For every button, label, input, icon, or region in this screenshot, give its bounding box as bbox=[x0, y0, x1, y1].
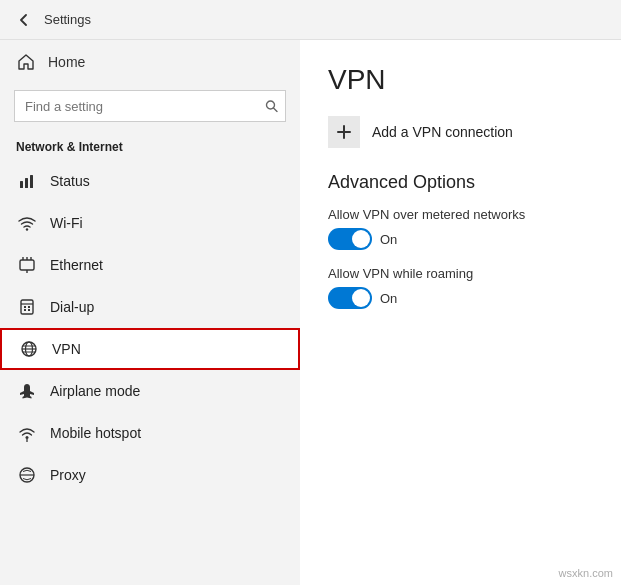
svg-point-5 bbox=[26, 228, 28, 230]
svg-line-1 bbox=[274, 108, 278, 112]
sidebar-item-status[interactable]: Status bbox=[0, 160, 300, 202]
status-icon bbox=[16, 170, 38, 192]
svg-rect-3 bbox=[25, 178, 28, 188]
ethernet-icon bbox=[16, 254, 38, 276]
back-button[interactable] bbox=[12, 8, 36, 32]
wifi-icon bbox=[16, 212, 38, 234]
sidebar-item-hotspot-label: Mobile hotspot bbox=[50, 425, 141, 441]
section-header: Network & Internet bbox=[0, 132, 300, 160]
sidebar-item-dialup-label: Dial-up bbox=[50, 299, 94, 315]
svg-rect-2 bbox=[20, 181, 23, 188]
add-vpn-row[interactable]: Add a VPN connection bbox=[328, 116, 593, 148]
sidebar-item-vpn[interactable]: VPN bbox=[0, 328, 300, 370]
sidebar-item-dialup[interactable]: Dial-up bbox=[0, 286, 300, 328]
toggle-roaming-label: Allow VPN while roaming bbox=[328, 266, 593, 281]
svg-rect-16 bbox=[28, 309, 30, 311]
sidebar-item-ethernet[interactable]: Ethernet bbox=[0, 244, 300, 286]
toggle-roaming-switch[interactable] bbox=[328, 287, 372, 309]
hotspot-icon bbox=[16, 422, 38, 444]
add-vpn-button[interactable] bbox=[328, 116, 360, 148]
toggle-roaming: Allow VPN while roaming On bbox=[328, 266, 593, 309]
svg-rect-6 bbox=[20, 260, 34, 270]
add-vpn-label: Add a VPN connection bbox=[372, 124, 513, 140]
svg-rect-13 bbox=[24, 306, 26, 308]
toggle-metered-label: Allow VPN over metered networks bbox=[328, 207, 593, 222]
sidebar-item-ethernet-label: Ethernet bbox=[50, 257, 103, 273]
sidebar-item-vpn-label: VPN bbox=[52, 341, 81, 357]
search-input[interactable] bbox=[14, 90, 286, 122]
vpn-icon bbox=[18, 338, 40, 360]
proxy-icon bbox=[16, 464, 38, 486]
advanced-options-section: Advanced Options Allow VPN over metered … bbox=[328, 172, 593, 309]
main-layout: Home Network & Internet bbox=[0, 40, 621, 585]
sidebar-item-wifi[interactable]: Wi-Fi bbox=[0, 202, 300, 244]
svg-rect-14 bbox=[28, 306, 30, 308]
svg-rect-15 bbox=[24, 309, 26, 311]
sidebar-item-proxy[interactable]: Proxy bbox=[0, 454, 300, 496]
sidebar-item-airplane[interactable]: Airplane mode bbox=[0, 370, 300, 412]
title-bar-title: Settings bbox=[44, 12, 91, 27]
toggle-metered-networks: Allow VPN over metered networks On bbox=[328, 207, 593, 250]
svg-rect-4 bbox=[30, 175, 33, 188]
sidebar-item-airplane-label: Airplane mode bbox=[50, 383, 140, 399]
sidebar-item-home[interactable]: Home bbox=[0, 40, 300, 84]
search-icon bbox=[265, 100, 278, 113]
svg-point-22 bbox=[26, 436, 29, 439]
sidebar-item-status-label: Status bbox=[50, 173, 90, 189]
search-box bbox=[14, 90, 286, 122]
toggle-metered-switch[interactable] bbox=[328, 228, 372, 250]
dialup-icon bbox=[16, 296, 38, 318]
sidebar: Home Network & Internet bbox=[0, 40, 300, 585]
sidebar-item-wifi-label: Wi-Fi bbox=[50, 215, 83, 231]
advanced-options-title: Advanced Options bbox=[328, 172, 593, 193]
sidebar-item-proxy-label: Proxy bbox=[50, 467, 86, 483]
home-label: Home bbox=[48, 54, 85, 70]
toggle-roaming-state: On bbox=[380, 291, 397, 306]
sidebar-item-hotspot[interactable]: Mobile hotspot bbox=[0, 412, 300, 454]
content-panel: VPN Add a VPN connection Advanced Option… bbox=[300, 40, 621, 585]
title-bar: Settings bbox=[0, 0, 621, 40]
airplane-icon bbox=[16, 380, 38, 402]
home-icon bbox=[16, 52, 36, 72]
svg-rect-11 bbox=[21, 300, 33, 314]
toggle-metered-state: On bbox=[380, 232, 397, 247]
page-title: VPN bbox=[328, 64, 593, 96]
